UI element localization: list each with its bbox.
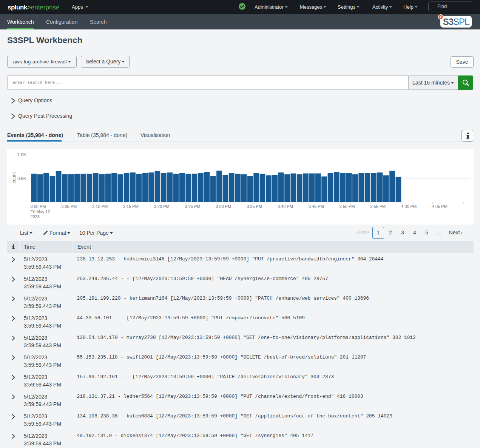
svg-text:Fri May 12: Fri May 12 bbox=[31, 209, 50, 214]
svg-text:4:05 PM: 4:05 PM bbox=[432, 204, 448, 209]
svg-text:0.5K: 0.5K bbox=[17, 176, 26, 181]
svg-text:4:00 PM: 4:00 PM bbox=[401, 204, 417, 209]
svg-text:2023: 2023 bbox=[31, 214, 40, 219]
svg-text:3:10 PM: 3:10 PM bbox=[92, 204, 108, 209]
svg-text:1.0K: 1.0K bbox=[17, 152, 26, 157]
svg-text:3:30 PM: 3:30 PM bbox=[216, 204, 231, 209]
svg-text:3:40 PM: 3:40 PM bbox=[278, 204, 293, 209]
svg-text:3:45 PM: 3:45 PM bbox=[309, 204, 324, 209]
svg-text:3:55 PM: 3:55 PM bbox=[370, 204, 386, 209]
svg-text:count: count bbox=[11, 172, 17, 183]
svg-text:3:50 PM: 3:50 PM bbox=[340, 204, 355, 209]
svg-text:3:05 PM: 3:05 PM bbox=[61, 204, 77, 209]
svg-text:3:00 PM: 3:00 PM bbox=[31, 204, 46, 209]
svg-text:3:25 PM: 3:25 PM bbox=[185, 204, 201, 209]
svg-text:3:20 PM: 3:20 PM bbox=[154, 204, 170, 209]
svg-text:3:35 PM: 3:35 PM bbox=[247, 204, 262, 209]
svg-text:3:15 PM: 3:15 PM bbox=[123, 204, 139, 209]
